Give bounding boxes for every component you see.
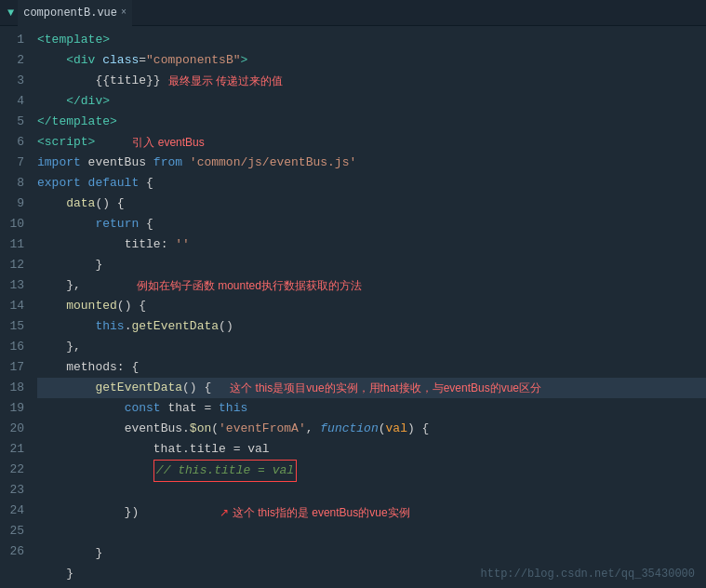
code-area: <template> <div class="componentsB"> {{t… [33, 26, 706, 588]
code-line-4: </div> [37, 91, 706, 112]
code-line-13: }, 例如在钩子函数 mounted执行数据获取的方法 [37, 275, 706, 296]
annotation-line6: 引入 eventBus [132, 132, 204, 153]
code-line-12: } [37, 255, 706, 275]
code-line-6: <script> 引入 eventBus [37, 132, 706, 153]
line-num-9: 9 [7, 194, 24, 214]
code-line-21: that.title = val [37, 439, 706, 460]
annotation-line23: ↗这个 this指的是 eventBus的vue实例 [194, 482, 409, 543]
line-numbers: 1 2 3 4 5 6 7 8 9 10 11 12 13 14 15 16 1… [0, 26, 33, 588]
line-num-17: 17 [7, 357, 24, 378]
line-num-12: 12 [7, 255, 24, 275]
code-line-3: {{title}} 最终显示 传递过来的值 [37, 71, 706, 91]
code-line-11: title: '' [37, 234, 706, 255]
code-line-24: } [37, 543, 706, 564]
line-num-14: 14 [7, 296, 24, 316]
line-num-7: 7 [7, 153, 24, 173]
code-line-8: export default { [37, 173, 706, 194]
line-num-13: 13 [7, 275, 24, 296]
code-line-26 [37, 584, 706, 588]
code-line-10: return { [37, 214, 706, 234]
tab-close-icon[interactable]: × [121, 7, 127, 18]
code-line-1: <template> [37, 30, 706, 50]
editor: 1 2 3 4 5 6 7 8 9 10 11 12 13 14 15 16 1… [0, 26, 706, 588]
code-line-20: eventBus.$on('eventFromA', function(val)… [37, 419, 706, 439]
line-num-18: 18 [7, 378, 24, 398]
line-num-22: 22 [7, 460, 24, 480]
code-line-17: methods: { [37, 357, 706, 378]
line-num-15: 15 [7, 316, 24, 337]
tab-filename: componentB.vue [23, 7, 117, 20]
line-num-2: 2 [7, 50, 24, 71]
annotation-line18: 这个 this是项目vue的实例，用that接收，与eventBus的vue区分 [230, 378, 541, 398]
line-num-23: 23 [7, 480, 24, 501]
code-line-7: import eventBus from 'common/js/eventBus… [37, 153, 706, 173]
code-line-22: // this.title = val [37, 460, 706, 482]
line-num-20: 20 [7, 419, 24, 439]
code-line-2: <div class="componentsB"> [37, 50, 706, 71]
line-num-24: 24 [7, 501, 24, 521]
code-line-9: data() { [37, 194, 706, 214]
line-num-16: 16 [7, 337, 24, 357]
line-num-25: 25 [7, 521, 24, 541]
line-num-5: 5 [7, 112, 24, 132]
line-num-10: 10 [7, 214, 24, 234]
code-line-23: }) ↗这个 this指的是 eventBus的vue实例 [37, 482, 706, 543]
code-line-19: const that = this [37, 398, 706, 419]
code-line-5: </template> [37, 112, 706, 132]
line-num-11: 11 [7, 234, 24, 255]
annotation-line13: 例如在钩子函数 mounted执行数据获取的方法 [137, 275, 362, 296]
code-line-14: mounted() { [37, 296, 706, 316]
line-num-19: 19 [7, 398, 24, 419]
watermark: http://blog.csdn.net/qq_35430000 [481, 568, 695, 581]
line-num-21: 21 [7, 439, 24, 460]
line-num-4: 4 [7, 91, 24, 112]
line-num-6: 6 [7, 132, 24, 153]
line-num-3: 3 [7, 71, 24, 91]
active-tab[interactable]: componentB.vue × [18, 0, 132, 26]
line-num-26: 26 [7, 541, 24, 562]
tab-bar: ▼ componentB.vue × [0, 0, 706, 26]
line-num-1: 1 [7, 30, 24, 50]
code-line-16: }, [37, 337, 706, 357]
vue-icon: ▼ [7, 7, 14, 20]
line-num-8: 8 [7, 173, 24, 194]
code-line-18: getEventData() { 这个 this是项目vue的实例，用that接… [37, 378, 706, 398]
annotation-line3: 最终显示 传递过来的值 [168, 71, 283, 91]
code-line-15: this.getEventData() [37, 316, 706, 337]
